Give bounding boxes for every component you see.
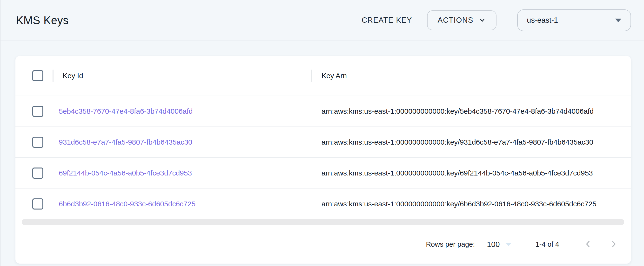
next-page-button[interactable] <box>609 239 618 249</box>
key-arn-text: arn:aws:kms:us-east-1:000000000000:key/6… <box>312 200 631 208</box>
key-arn-text: arn:aws:kms:us-east-1:000000000000:key/6… <box>312 169 631 177</box>
chevron-down-icon <box>479 17 486 24</box>
table-row: 5eb4c358-7670-47e4-8fa6-3b74d4006afd arn… <box>16 96 631 126</box>
row-checkbox-cell <box>16 198 52 209</box>
rows-per-page-select[interactable]: 100 <box>487 240 511 249</box>
actions-button[interactable]: ACTIONS <box>427 10 496 30</box>
select-all-checkbox[interactable] <box>32 70 44 81</box>
table-row: 931d6c58-e7a7-4fa5-9807-fb4b6435ac30 arn… <box>16 126 631 157</box>
rows-per-page-label: Rows per page: <box>426 240 475 248</box>
key-arn-text: arn:aws:kms:us-east-1:000000000000:key/5… <box>312 107 631 115</box>
key-id-link[interactable]: 931d6c58-e7a7-4fa5-9807-fb4b6435ac30 <box>59 138 192 146</box>
region-select-value: us-east-1 <box>527 16 558 25</box>
header-actions: CREATE KEY ACTIONS us-east-1 <box>362 10 631 31</box>
key-id-link[interactable]: 5eb4c358-7670-47e4-8fa6-3b74d4006afd <box>59 107 192 115</box>
previous-page-button[interactable] <box>583 239 593 249</box>
region-select[interactable]: us-east-1 <box>517 10 631 31</box>
row-checkbox[interactable] <box>32 137 44 148</box>
key-id-link[interactable]: 6b6d3b92-0616-48c0-933c-6d605dc6c725 <box>59 200 196 208</box>
create-key-button[interactable]: CREATE KEY <box>362 16 412 25</box>
key-id-cell: 931d6c58-e7a7-4fa5-9807-fb4b6435ac30 <box>52 138 312 146</box>
page-title: KMS Keys <box>16 14 69 27</box>
key-id-cell: 6b6d3b92-0616-48c0-933c-6d605dc6c725 <box>52 200 312 208</box>
actions-button-label: ACTIONS <box>438 16 473 25</box>
column-header-key-id: Key Id <box>52 56 312 96</box>
table-row: 6b6d3b92-0616-48c0-933c-6d605dc6c725 arn… <box>16 188 631 219</box>
column-divider <box>312 70 312 82</box>
chevron-right-icon <box>609 239 618 249</box>
table-header-row: Key Id Key Arn <box>16 56 631 96</box>
table-row: 69f2144b-054c-4a56-a0b5-4fce3d7cd953 arn… <box>16 157 631 188</box>
column-header-key-id-label: Key Id <box>63 72 83 80</box>
key-id-cell: 5eb4c358-7670-47e4-8fa6-3b74d4006afd <box>52 107 312 115</box>
key-arn-text: arn:aws:kms:us-east-1:000000000000:key/9… <box>312 138 631 146</box>
keys-table-card: Key Id Key Arn 5eb4c358-7670-47e4-8fa6-3… <box>16 56 631 263</box>
row-checkbox[interactable] <box>32 106 44 117</box>
pagination-range-label: 1-4 of 4 <box>536 240 559 248</box>
content-left-edge <box>0 0 1 266</box>
row-checkbox[interactable] <box>32 198 44 209</box>
chevron-left-icon <box>583 239 593 249</box>
caret-down-icon <box>506 243 512 246</box>
page-header: KMS Keys CREATE KEY ACTIONS us-east-1 <box>0 0 644 41</box>
select-all-cell <box>16 70 52 81</box>
row-checkbox[interactable] <box>32 168 44 179</box>
caret-down-icon <box>615 19 621 22</box>
pager-controls <box>583 239 618 249</box>
column-divider <box>52 70 54 82</box>
row-checkbox-cell <box>16 168 52 179</box>
horizontal-scrollbar-thumb[interactable] <box>22 219 624 225</box>
key-id-link[interactable]: 69f2144b-054c-4a56-a0b5-4fce3d7cd953 <box>59 169 192 177</box>
horizontal-scrollbar <box>22 219 624 225</box>
pagination-footer: Rows per page: 100 1-4 of 4 <box>16 225 631 263</box>
column-header-key-arn: Key Arn <box>312 56 631 96</box>
column-header-key-arn-label: Key Arn <box>322 72 347 80</box>
row-checkbox-cell <box>16 137 52 148</box>
key-id-cell: 69f2144b-054c-4a56-a0b5-4fce3d7cd953 <box>52 169 312 177</box>
row-checkbox-cell <box>16 106 52 117</box>
rows-per-page-value: 100 <box>487 240 500 249</box>
header-divider <box>506 10 506 31</box>
